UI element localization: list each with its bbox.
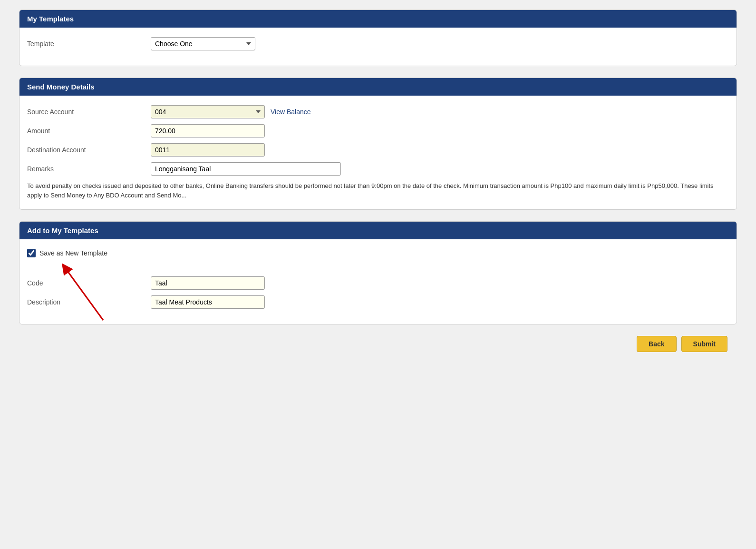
- amount-row: Amount: [27, 124, 729, 137]
- add-to-my-templates-card: Add to My Templates Save as New Template…: [19, 221, 737, 324]
- save-as-new-template-checkbox[interactable]: [27, 249, 36, 257]
- my-templates-body: Template Choose One: [19, 28, 737, 66]
- red-arrow-annotation: [56, 258, 113, 324]
- send-money-details-title: Send Money Details: [27, 83, 95, 91]
- source-account-label: Source Account: [27, 108, 151, 116]
- template-label: Template: [27, 40, 151, 48]
- send-money-details-header: Send Money Details: [19, 78, 737, 96]
- add-to-my-templates-body: Save as New Template Code Description: [19, 239, 737, 324]
- send-money-details-body: Source Account 004 View Balance Amount D…: [19, 96, 737, 209]
- code-input[interactable]: [151, 276, 265, 290]
- my-templates-card: My Templates Template Choose One: [19, 10, 737, 66]
- description-input[interactable]: [151, 295, 265, 309]
- template-select[interactable]: Choose One: [151, 37, 255, 50]
- remarks-input[interactable]: [151, 162, 341, 176]
- add-to-my-templates-header: Add to My Templates: [19, 222, 737, 239]
- amount-control: [151, 124, 265, 137]
- my-templates-header: My Templates: [19, 10, 737, 28]
- remarks-control: [151, 162, 341, 176]
- amount-label: Amount: [27, 127, 151, 135]
- source-account-control: 004 View Balance: [151, 105, 311, 118]
- destination-account-row: Destination Account: [27, 143, 729, 157]
- save-template-wrapper: Save as New Template: [27, 249, 729, 257]
- description-control: [151, 295, 265, 309]
- save-as-new-template-label: Save as New Template: [39, 249, 107, 257]
- svg-line-0: [65, 268, 103, 320]
- code-row: Code: [27, 276, 729, 290]
- template-row: Template Choose One: [27, 37, 729, 50]
- add-to-my-templates-title: Add to My Templates: [27, 226, 98, 235]
- send-money-details-card: Send Money Details Source Account 004 Vi…: [19, 78, 737, 210]
- template-control: Choose One: [151, 37, 255, 50]
- amount-input[interactable]: [151, 124, 265, 137]
- remarks-label: Remarks: [27, 165, 151, 173]
- view-balance-link[interactable]: View Balance: [271, 108, 311, 116]
- source-account-select[interactable]: 004: [151, 105, 265, 118]
- notice-text-content: To avoid penalty on checks issued and de…: [27, 182, 714, 199]
- notice-text: To avoid penalty on checks issued and de…: [27, 181, 729, 200]
- code-label: Code: [27, 279, 151, 287]
- source-account-row: Source Account 004 View Balance: [27, 105, 729, 118]
- description-row: Description: [27, 295, 729, 309]
- remarks-row: Remarks: [27, 162, 729, 176]
- destination-account-input[interactable]: [151, 143, 265, 157]
- destination-account-control: [151, 143, 265, 157]
- destination-account-label: Destination Account: [27, 146, 151, 154]
- footer-buttons: Back Submit: [19, 336, 737, 352]
- my-templates-title: My Templates: [27, 15, 74, 23]
- save-as-new-template-row: Save as New Template: [27, 249, 729, 257]
- description-label: Description: [27, 298, 151, 306]
- code-control: [151, 276, 265, 290]
- submit-button[interactable]: Submit: [681, 336, 727, 352]
- back-button[interactable]: Back: [637, 336, 676, 352]
